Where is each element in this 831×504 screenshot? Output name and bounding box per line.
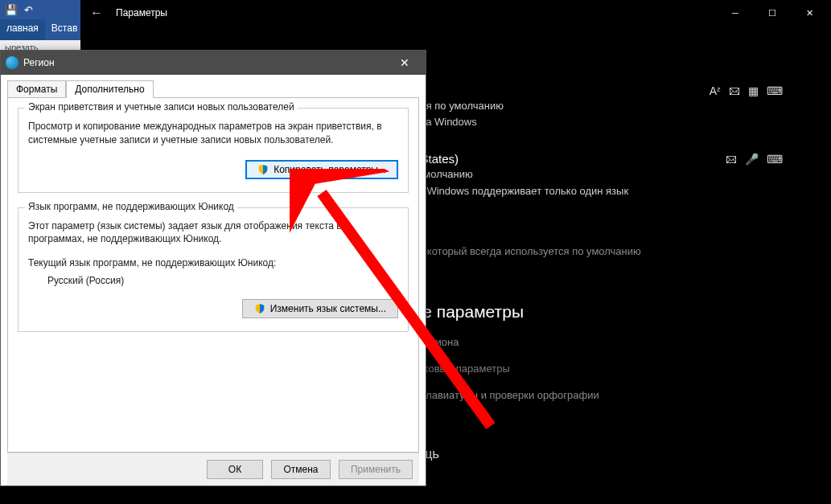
tab-panel-advanced: Экран приветствия и учетные записи новых… — [7, 97, 419, 453]
settings-title: Параметры — [116, 7, 167, 18]
dialog-button-row: ОК Отмена Применить — [7, 453, 419, 486]
button-label: Копировать параметры... — [274, 164, 386, 175]
tab-advanced[interactable]: Дополнительно — [66, 80, 153, 98]
current-locale-value: Русский (Россия) — [47, 275, 398, 286]
language-item-2[interactable]: (United States) 🖂 🎤 ⌨ вода по умолчанию … — [378, 152, 799, 215]
welcome-screen-group: Экран приветствия и учетные записи новых… — [18, 108, 409, 193]
tab-formats[interactable]: Форматы — [7, 80, 66, 98]
display-lang-icon: Aᶻ — [710, 84, 721, 97]
language-sub-2: нтерфейса Windows — [378, 115, 799, 129]
group-legend: Язык программ, не поддерживающих Юникод — [25, 201, 237, 212]
ribbon-tab-insert[interactable]: Встав — [45, 19, 84, 40]
region-dialog-title: Регион — [23, 57, 55, 68]
current-locale-label: Текущий язык программ, не поддерживающих… — [28, 257, 398, 268]
back-button[interactable]: ← — [84, 6, 109, 20]
apply-button[interactable]: Применить — [339, 460, 413, 479]
button-label: Изменить язык системы... — [270, 303, 386, 314]
group-legend: Экран приветствия и учетные записи новых… — [25, 101, 298, 113]
non-unicode-group: Язык программ, не поддерживающих Юникод … — [18, 207, 409, 333]
region-dialog: Регион ✕ Форматы Дополнительно Экран при… — [0, 50, 426, 486]
undo-icon[interactable]: ↶ — [24, 4, 33, 16]
input-method-hint: од ввода, который всегда используется по… — [378, 245, 799, 257]
uac-shield-icon — [257, 164, 269, 175]
region-tabs: Форматы Дополнительно — [7, 80, 419, 97]
language-sub-2: лицензия Windows поддерживает только оди… — [378, 184, 799, 199]
language-sub-1: вода по умолчанию — [378, 167, 799, 182]
speech-icon: 🎤 — [745, 153, 759, 166]
region-close-button[interactable]: ✕ — [389, 56, 421, 69]
link-date-region[interactable]: емени и региона — [378, 336, 799, 348]
language-feature-icons: 🖂 🎤 ⌨ — [726, 153, 783, 166]
tts-icon: 🖂 — [729, 84, 740, 97]
language-sub-1: риложения по умолчанию — [378, 99, 799, 113]
maximize-button[interactable]: ☐ — [754, 0, 791, 26]
tts-icon: 🖂 — [726, 153, 737, 166]
copy-settings-button[interactable]: Копировать параметры... — [245, 160, 398, 179]
group-description: Просмотр и копирование международных пар… — [28, 120, 398, 147]
minimize-button[interactable]: ─ — [717, 0, 754, 26]
link-admin-lang[interactable]: вные языковые параметры — [378, 363, 799, 375]
group-description: Этот параметр (язык системы) задает язык… — [28, 219, 398, 247]
link-input-spellcheck[interactable]: я ввода, клавиатуры и проверки орфографи… — [378, 389, 799, 401]
uac-shield-icon — [254, 303, 265, 314]
related-settings-heading: ующие параметры — [378, 302, 799, 322]
get-help-heading: ь помощь — [378, 446, 799, 462]
handwriting-icon: ⌨ — [767, 84, 783, 97]
close-button[interactable]: ✕ — [791, 0, 828, 26]
change-system-locale-button[interactable]: Изменить язык системы... — [242, 299, 398, 318]
language-sub-3: ейса — [378, 200, 799, 215]
save-icon[interactable]: 💾 — [5, 4, 18, 16]
language-feature-icons: Aᶻ 🖂 ▦ ⌨ — [710, 84, 783, 97]
handwriting-icon: ⌨ — [767, 153, 783, 166]
ok-button[interactable]: ОК — [207, 460, 263, 479]
globe-icon — [6, 56, 19, 69]
settings-titlebar: ← Параметры ─ ☐ ✕ — [80, 0, 831, 26]
speech-icon: ▦ — [748, 84, 759, 97]
word-quick-access-toolbar: 💾 ↶ — [0, 0, 80, 19]
link-feedback[interactable]: ть отзыв — [378, 477, 799, 489]
cancel-button[interactable]: Отмена — [271, 460, 330, 479]
ribbon-tab-home[interactable]: лавная — [0, 19, 45, 40]
language-item-1[interactable]: й Aᶻ 🖂 ▦ ⌨ риложения по умолчанию нтерфе… — [378, 84, 799, 129]
word-ribbon: лавная Встав — [0, 19, 80, 40]
region-titlebar: Регион ✕ — [1, 51, 426, 75]
